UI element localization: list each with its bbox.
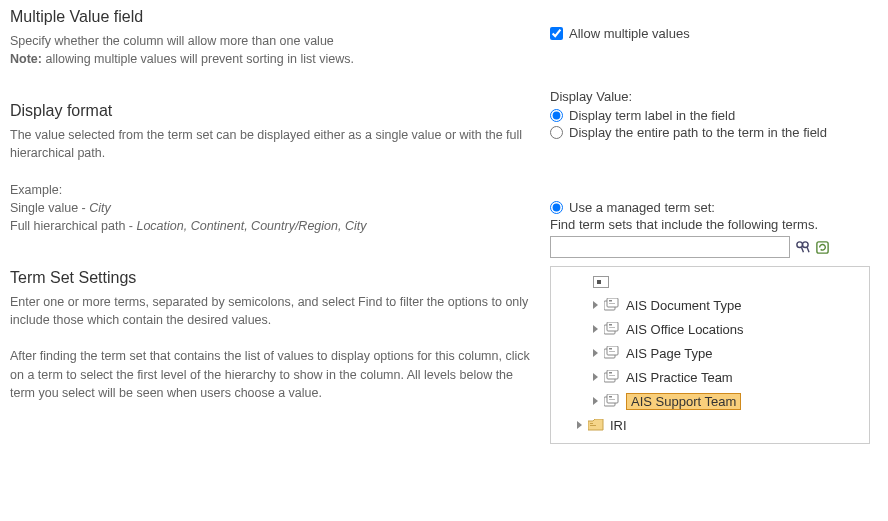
svg-rect-7 [609, 300, 612, 302]
svg-rect-18 [607, 370, 618, 379]
tree-item-label[interactable]: AIS Office Locations [626, 322, 744, 337]
example-single-value: City [89, 201, 111, 215]
tree-item[interactable]: IRI [577, 413, 865, 437]
svg-rect-4 [816, 241, 827, 252]
tree-item-label[interactable]: AIS Practice Team [626, 370, 733, 385]
svg-rect-22 [607, 394, 618, 403]
expander-icon[interactable] [593, 373, 598, 381]
use-managed-termset-label: Use a managed term set: [569, 200, 715, 215]
display-label-radio[interactable] [550, 109, 563, 122]
svg-line-3 [807, 247, 809, 252]
svg-rect-6 [607, 298, 618, 307]
expander-icon[interactable] [577, 421, 582, 429]
expander-icon[interactable] [593, 301, 598, 309]
tree-item-label[interactable]: AIS Support Team [626, 393, 741, 410]
termset-tree[interactable]: AIS Document TypeAIS Office LocationsAIS… [550, 266, 870, 444]
termset-title: Term Set Settings [10, 269, 530, 287]
folder-icon [588, 419, 604, 432]
allow-multiple-label: Allow multiple values [569, 26, 690, 41]
tree-item[interactable]: AIS Document Type [593, 293, 865, 317]
find-termsets-input[interactable] [550, 236, 790, 258]
expander-icon[interactable] [593, 397, 598, 405]
reset-icon[interactable] [814, 239, 830, 255]
termset-icon [604, 370, 620, 384]
multivalue-title: Multiple Value field [10, 8, 530, 26]
tree-item-label[interactable]: IRI [610, 418, 627, 433]
svg-rect-11 [609, 324, 612, 326]
note-label: Note: [10, 52, 42, 66]
termset-partial-icon [593, 276, 609, 288]
svg-point-0 [796, 241, 802, 247]
termset-icon [604, 298, 620, 312]
tree-item-label[interactable]: AIS Document Type [626, 298, 741, 313]
expander-icon[interactable] [593, 349, 598, 357]
use-managed-termset-radio[interactable] [550, 201, 563, 214]
note-text: allowing multiple values will prevent so… [42, 52, 354, 66]
folder-icon [588, 443, 604, 445]
display-path-radio[interactable] [550, 126, 563, 139]
termset-desc1: Enter one or more terms, separated by se… [10, 295, 528, 327]
example-full-prefix: Full hierarchical path - [10, 219, 136, 233]
svg-rect-20 [609, 375, 615, 376]
svg-rect-23 [609, 396, 612, 398]
svg-rect-25 [590, 423, 593, 424]
find-termsets-label: Find term sets that include the followin… [550, 217, 870, 232]
svg-rect-15 [609, 348, 612, 350]
example-label: Example: [10, 183, 62, 197]
svg-rect-26 [590, 425, 596, 426]
display-value-heading: Display Value: [550, 89, 870, 104]
displayformat-desc: The value selected from the term set can… [10, 128, 522, 160]
example-single-prefix: Single value - [10, 201, 89, 215]
tree-item[interactable]: People [577, 437, 865, 444]
find-icon[interactable] [794, 239, 810, 255]
termset-desc2: After finding the term set that contains… [10, 349, 530, 399]
expander-icon[interactable] [593, 325, 598, 333]
tree-item[interactable]: AIS Office Locations [593, 317, 865, 341]
multivalue-desc: Specify whether the column will allow mo… [10, 34, 334, 48]
svg-rect-14 [607, 346, 618, 355]
svg-rect-19 [609, 372, 612, 374]
svg-rect-12 [609, 327, 615, 328]
tree-item[interactable]: AIS Practice Team [593, 365, 865, 389]
svg-rect-8 [609, 303, 615, 304]
svg-rect-24 [609, 399, 615, 400]
svg-point-1 [802, 241, 808, 247]
svg-rect-10 [607, 322, 618, 331]
display-label-radio-label: Display term label in the field [569, 108, 735, 123]
allow-multiple-checkbox[interactable] [550, 27, 563, 40]
displayformat-title: Display format [10, 102, 530, 120]
example-full-value: Location, Continent, Country/Region, Cit… [136, 219, 366, 233]
termset-icon [604, 394, 620, 408]
display-path-radio-label: Display the entire path to the term in t… [569, 125, 827, 140]
svg-line-2 [801, 247, 803, 252]
termset-icon [604, 346, 620, 360]
termset-icon [604, 322, 620, 336]
svg-rect-16 [609, 351, 615, 352]
tree-item[interactable]: AIS Page Type [593, 341, 865, 365]
tree-item[interactable]: AIS Support Team [593, 389, 865, 413]
tree-item-label[interactable]: AIS Page Type [626, 346, 713, 361]
tree-item-label[interactable]: People [610, 442, 650, 445]
